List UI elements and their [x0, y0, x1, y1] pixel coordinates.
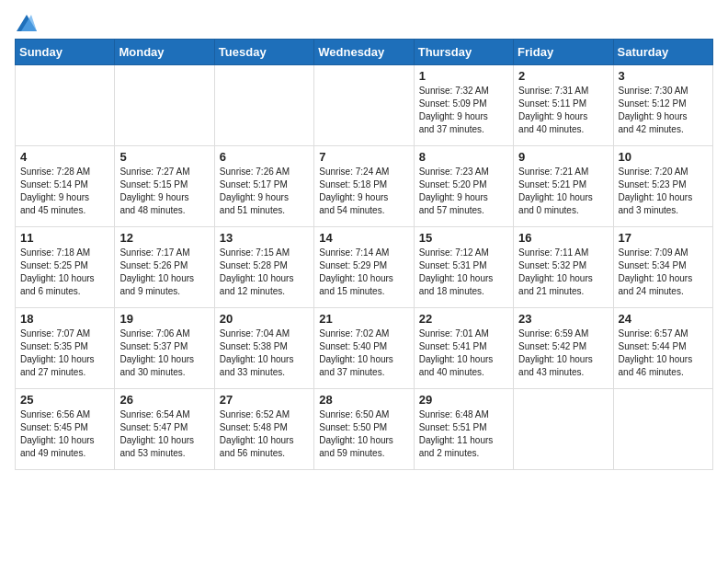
day-detail: Sunrise: 7:27 AM Sunset: 5:15 PM Dayligh…: [119, 166, 209, 217]
calendar-cell: 26Sunrise: 6:54 AM Sunset: 5:47 PM Dayli…: [115, 389, 214, 470]
calendar-cell: 24Sunrise: 6:57 AM Sunset: 5:44 PM Dayli…: [613, 308, 712, 389]
day-detail: Sunrise: 7:24 AM Sunset: 5:18 PM Dayligh…: [319, 166, 408, 217]
calendar-header-sunday: Sunday: [16, 40, 115, 65]
calendar-cell: 7Sunrise: 7:24 AM Sunset: 5:18 PM Daylig…: [314, 146, 414, 227]
day-detail: Sunrise: 6:54 AM Sunset: 5:47 PM Dayligh…: [119, 408, 209, 460]
day-number: 2: [518, 69, 608, 83]
day-detail: Sunrise: 7:01 AM Sunset: 5:41 PM Dayligh…: [419, 327, 508, 379]
calendar-cell: 3Sunrise: 7:30 AM Sunset: 5:12 PM Daylig…: [613, 65, 712, 146]
day-number: 23: [518, 312, 608, 326]
day-detail: Sunrise: 7:21 AM Sunset: 5:21 PM Dayligh…: [518, 166, 608, 217]
calendar-cell: 10Sunrise: 7:20 AM Sunset: 5:23 PM Dayli…: [613, 146, 712, 227]
calendar-table: SundayMondayTuesdayWednesdayThursdayFrid…: [15, 39, 713, 470]
day-detail: Sunrise: 7:06 AM Sunset: 5:37 PM Dayligh…: [119, 327, 209, 379]
calendar-cell: 27Sunrise: 6:52 AM Sunset: 5:48 PM Dayli…: [214, 389, 313, 470]
day-number: 19: [119, 312, 209, 326]
calendar-header-wednesday: Wednesday: [314, 40, 414, 65]
day-detail: Sunrise: 6:59 AM Sunset: 5:42 PM Dayligh…: [518, 327, 608, 379]
day-detail: Sunrise: 6:50 AM Sunset: 5:50 PM Dayligh…: [319, 408, 408, 460]
day-number: 13: [220, 231, 309, 245]
calendar-cell: 19Sunrise: 7:06 AM Sunset: 5:37 PM Dayli…: [115, 308, 214, 389]
week-row-2: 4Sunrise: 7:28 AM Sunset: 5:14 PM Daylig…: [16, 146, 713, 227]
calendar-cell: 29Sunrise: 6:48 AM Sunset: 5:51 PM Dayli…: [414, 389, 513, 470]
calendar-header-thursday: Thursday: [414, 40, 513, 65]
day-detail: Sunrise: 7:32 AM Sunset: 5:09 PM Dayligh…: [419, 85, 508, 136]
day-number: 4: [20, 150, 109, 164]
day-detail: Sunrise: 7:02 AM Sunset: 5:40 PM Dayligh…: [319, 327, 408, 379]
day-detail: Sunrise: 7:12 AM Sunset: 5:31 PM Dayligh…: [419, 247, 508, 298]
day-detail: Sunrise: 6:57 AM Sunset: 5:44 PM Dayligh…: [619, 327, 708, 379]
calendar-cell: [613, 389, 712, 470]
week-row-1: 1Sunrise: 7:32 AM Sunset: 5:09 PM Daylig…: [16, 65, 713, 146]
day-detail: Sunrise: 7:20 AM Sunset: 5:23 PM Dayligh…: [619, 166, 708, 217]
calendar-cell: 21Sunrise: 7:02 AM Sunset: 5:40 PM Dayli…: [314, 308, 414, 389]
day-number: 26: [119, 393, 209, 407]
calendar-cell: 23Sunrise: 6:59 AM Sunset: 5:42 PM Dayli…: [514, 308, 613, 389]
day-detail: Sunrise: 7:11 AM Sunset: 5:32 PM Dayligh…: [518, 247, 608, 298]
calendar-cell: 1Sunrise: 7:32 AM Sunset: 5:09 PM Daylig…: [414, 65, 513, 146]
day-detail: Sunrise: 7:23 AM Sunset: 5:20 PM Dayligh…: [419, 166, 508, 217]
day-detail: Sunrise: 6:56 AM Sunset: 5:45 PM Dayligh…: [20, 408, 109, 460]
day-number: 15: [419, 231, 508, 245]
day-number: 11: [20, 231, 109, 245]
calendar-header-saturday: Saturday: [613, 40, 712, 65]
day-number: 21: [319, 312, 408, 326]
day-detail: Sunrise: 6:48 AM Sunset: 5:51 PM Dayligh…: [419, 408, 508, 460]
day-number: 1: [419, 69, 508, 83]
calendar-cell: [16, 65, 115, 146]
page-header: [15, 15, 713, 28]
logo: [15, 15, 37, 28]
calendar-cell: 2Sunrise: 7:31 AM Sunset: 5:11 PM Daylig…: [514, 65, 613, 146]
day-detail: Sunrise: 7:17 AM Sunset: 5:26 PM Dayligh…: [119, 247, 209, 298]
calendar-cell: 17Sunrise: 7:09 AM Sunset: 5:34 PM Dayli…: [613, 227, 712, 308]
day-number: 24: [619, 312, 708, 326]
day-number: 29: [419, 393, 508, 407]
day-detail: Sunrise: 7:31 AM Sunset: 5:11 PM Dayligh…: [518, 85, 608, 136]
day-number: 9: [518, 150, 608, 164]
calendar-cell: 6Sunrise: 7:26 AM Sunset: 5:17 PM Daylig…: [214, 146, 313, 227]
calendar-cell: 13Sunrise: 7:15 AM Sunset: 5:28 PM Dayli…: [214, 227, 313, 308]
day-number: 3: [619, 69, 708, 83]
calendar-header-monday: Monday: [115, 40, 214, 65]
day-detail: Sunrise: 7:07 AM Sunset: 5:35 PM Dayligh…: [20, 327, 109, 379]
calendar-cell: 14Sunrise: 7:14 AM Sunset: 5:29 PM Dayli…: [314, 227, 414, 308]
day-number: 18: [20, 312, 109, 326]
day-number: 17: [619, 231, 708, 245]
day-number: 12: [119, 231, 209, 245]
day-number: 7: [319, 150, 408, 164]
calendar-cell: [214, 65, 313, 146]
calendar-cell: 5Sunrise: 7:27 AM Sunset: 5:15 PM Daylig…: [115, 146, 214, 227]
day-number: 10: [619, 150, 708, 164]
calendar-cell: 12Sunrise: 7:17 AM Sunset: 5:26 PM Dayli…: [115, 227, 214, 308]
calendar-cell: 8Sunrise: 7:23 AM Sunset: 5:20 PM Daylig…: [414, 146, 513, 227]
calendar-cell: 4Sunrise: 7:28 AM Sunset: 5:14 PM Daylig…: [16, 146, 115, 227]
logo-icon: [17, 15, 37, 31]
day-detail: Sunrise: 6:52 AM Sunset: 5:48 PM Dayligh…: [220, 408, 309, 460]
day-number: 20: [220, 312, 309, 326]
day-number: 16: [518, 231, 608, 245]
day-detail: Sunrise: 7:04 AM Sunset: 5:38 PM Dayligh…: [220, 327, 309, 379]
calendar-cell: [514, 389, 613, 470]
day-detail: Sunrise: 7:09 AM Sunset: 5:34 PM Dayligh…: [619, 247, 708, 298]
calendar-cell: 16Sunrise: 7:11 AM Sunset: 5:32 PM Dayli…: [514, 227, 613, 308]
calendar-cell: 20Sunrise: 7:04 AM Sunset: 5:38 PM Dayli…: [214, 308, 313, 389]
day-number: 14: [319, 231, 408, 245]
calendar-header-tuesday: Tuesday: [214, 40, 313, 65]
calendar-cell: 9Sunrise: 7:21 AM Sunset: 5:21 PM Daylig…: [514, 146, 613, 227]
day-detail: Sunrise: 7:28 AM Sunset: 5:14 PM Dayligh…: [20, 166, 109, 217]
calendar-cell: 11Sunrise: 7:18 AM Sunset: 5:25 PM Dayli…: [16, 227, 115, 308]
day-number: 5: [119, 150, 209, 164]
day-detail: Sunrise: 7:26 AM Sunset: 5:17 PM Dayligh…: [220, 166, 309, 217]
calendar-cell: [314, 65, 414, 146]
day-number: 22: [419, 312, 508, 326]
calendar-cell: 18Sunrise: 7:07 AM Sunset: 5:35 PM Dayli…: [16, 308, 115, 389]
day-number: 25: [20, 393, 109, 407]
calendar-header-friday: Friday: [514, 40, 613, 65]
day-detail: Sunrise: 7:30 AM Sunset: 5:12 PM Dayligh…: [619, 85, 708, 136]
calendar-cell: 28Sunrise: 6:50 AM Sunset: 5:50 PM Dayli…: [314, 389, 414, 470]
day-detail: Sunrise: 7:14 AM Sunset: 5:29 PM Dayligh…: [319, 247, 408, 298]
calendar-cell: 22Sunrise: 7:01 AM Sunset: 5:41 PM Dayli…: [414, 308, 513, 389]
week-row-3: 11Sunrise: 7:18 AM Sunset: 5:25 PM Dayli…: [16, 227, 713, 308]
day-number: 6: [220, 150, 309, 164]
day-detail: Sunrise: 7:15 AM Sunset: 5:28 PM Dayligh…: [220, 247, 309, 298]
